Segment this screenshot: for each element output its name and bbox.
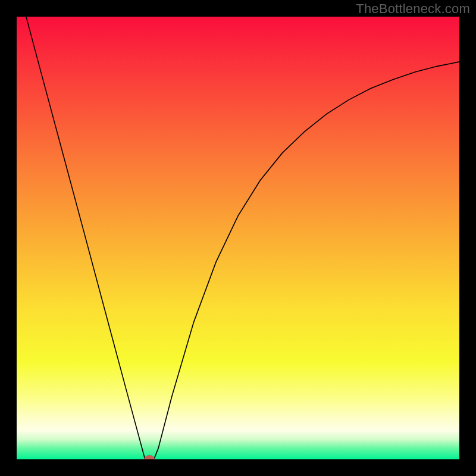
chart-svg [17,17,459,459]
chart-background [17,17,459,459]
plot-area [17,17,459,459]
chart-frame: TheBottleneck.com [0,0,476,476]
watermark-text: TheBottleneck.com [356,1,470,17]
